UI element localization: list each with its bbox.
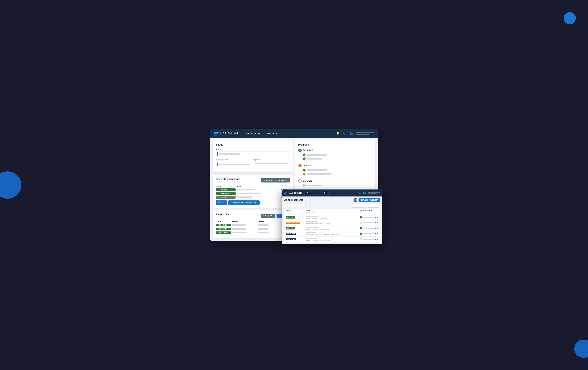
ann-status-5: COMPLETED bbox=[286, 238, 296, 240]
switch-offline-button[interactable]: SWITCH TO OFFLINE MODE bbox=[261, 178, 290, 183]
logo-icon bbox=[214, 132, 219, 135]
agency-label: Agency bbox=[254, 159, 290, 161]
ann-nav-links: Announcements Documents bbox=[305, 192, 335, 194]
ann-status-3: ACCEPTED bbox=[286, 227, 295, 229]
agency-field: Agency bbox=[254, 159, 290, 169]
doc-table-header: Status Name bbox=[216, 185, 290, 187]
received-badge-1: RECEIVED bbox=[216, 224, 231, 226]
nav-documents[interactable]: Documents bbox=[265, 131, 280, 136]
ann-search-row: 🔍 bbox=[284, 203, 380, 208]
doc-row: FINALIZED bbox=[216, 192, 290, 195]
ann-globe-icon[interactable]: 🌐 bbox=[363, 191, 366, 194]
ann-user-info bbox=[368, 192, 380, 194]
ann-nav-announcements[interactable]: Announcements bbox=[305, 191, 322, 195]
ann-page-title: Announcements bbox=[284, 199, 303, 201]
doc-name-col-header: Name bbox=[237, 185, 279, 187]
at-berth-label: At Berth bbox=[303, 164, 311, 167]
ann-nav-documents[interactable]: Documents bbox=[322, 191, 335, 195]
ssscl-button[interactable]: + SSSCL bbox=[216, 200, 227, 205]
pre-arrival-items: ✓ ✓ bbox=[298, 154, 372, 160]
doc-name-3 bbox=[237, 196, 252, 198]
ann-vessel-3: PRE-ARRIVAL NOTICE (SEA) – BENZENE bbox=[305, 227, 358, 230]
ann-table-row: ACCEPTED PRE-ARRIVAL NOTICE (SEA) – BUTE… bbox=[284, 215, 380, 220]
ann-logo-text: UAB-ONLINE bbox=[289, 192, 302, 194]
pre-arrival-icon: ✓ bbox=[298, 149, 302, 152]
user-info bbox=[356, 132, 374, 135]
status-accent bbox=[217, 152, 218, 156]
bulb-icon[interactable]: 💡 bbox=[336, 132, 340, 135]
filter-2[interactable] bbox=[366, 203, 380, 208]
ann-check-4: ✓ bbox=[360, 233, 362, 235]
finalized-badge-2: FINALIZED bbox=[216, 192, 236, 195]
ann-logo-icon bbox=[284, 192, 288, 194]
ann-title-row: Announcements + NEW ANNOUNCEMENT bbox=[284, 198, 380, 202]
phone-icon[interactable]: 📞 bbox=[342, 132, 347, 135]
grid-view-icon[interactable] bbox=[354, 198, 357, 202]
shared-files-header: Shared files ✉ REQUEST ☁ UPLOAD bbox=[216, 213, 290, 218]
ann-check-5: ✓ bbox=[360, 238, 362, 240]
status-input[interactable] bbox=[216, 151, 290, 157]
progress-item bbox=[303, 184, 372, 187]
upload-icon: ☁ bbox=[278, 215, 280, 217]
generate-docs-card: Generate documents SWITCH TO OFFLINE MOD… bbox=[213, 175, 293, 208]
status-label: Status bbox=[216, 149, 290, 150]
request-button[interactable]: ✉ REQUEST bbox=[261, 214, 275, 218]
ann-search-box[interactable]: 🔍 bbox=[284, 204, 305, 207]
file-row: RECEIVED bbox=[216, 228, 290, 230]
file-table-header: Status Filename Sender bbox=[216, 221, 290, 223]
ann-filter-placeholders bbox=[351, 203, 380, 208]
submission-date-input[interactable] bbox=[216, 162, 252, 167]
search-icon: 🔍 bbox=[286, 204, 288, 206]
main-navbar: UAB-ONLINE Announcements Documents 💡 📞 🌐 bbox=[210, 129, 378, 138]
departure-items bbox=[298, 184, 372, 187]
ann-status-2: ACTION REQUIRED bbox=[286, 222, 300, 224]
concept-badge: CONCEPT bbox=[216, 196, 236, 199]
bg-circle-left bbox=[0, 171, 21, 199]
ann-table-row: ACTION REQUIRED PRE-ARRIVAL NOTICE (INLA… bbox=[284, 220, 380, 226]
ann-table-header: Status Vessel FORM – CARGO Submission da… bbox=[284, 209, 380, 215]
shared-files-card: Shared files ✉ REQUEST ☁ UPLOAD bbox=[213, 210, 293, 238]
ann-table-row: COMPLETED PRE-ARRIVAL NOTICE (SEA) – PET… bbox=[284, 231, 380, 237]
progress-item: ✓ bbox=[303, 154, 372, 156]
nav-announcements[interactable]: Announcements bbox=[243, 131, 263, 136]
bg-circle-bottom-right bbox=[574, 339, 588, 358]
submission-date-field: Submission Date bbox=[216, 159, 252, 169]
logo: UAB-ONLINE bbox=[214, 132, 238, 135]
progress-item: ✓ bbox=[303, 157, 372, 160]
navbar-right: 💡 📞 🌐 bbox=[336, 132, 374, 135]
departure-icon bbox=[298, 179, 302, 183]
doc-row: FINALIZED bbox=[216, 188, 290, 191]
ann-status-header: Status bbox=[286, 210, 304, 213]
ann-vessel-5: PRE-ARRIVAL NOTICE (INLAND) – BENZENE bbox=[305, 238, 358, 241]
progress-item: ✓ bbox=[303, 169, 372, 172]
scene: UAB-ONLINE Announcements Documents 💡 📞 🌐 bbox=[210, 129, 378, 241]
ann-table-row: COMPLETED PRE-ARRIVAL NOTICE (INLAND) – … bbox=[284, 237, 380, 242]
ann-vessel-1: PRE-ARRIVAL NOTICE (SEA) – BUTENE bbox=[305, 216, 358, 219]
at-berth-items: ✓ ! bbox=[298, 169, 372, 175]
ann-phone-icon[interactable]: 📞 bbox=[358, 191, 361, 194]
doc-row: CONCEPT bbox=[216, 196, 290, 199]
submission-placeholder bbox=[219, 164, 251, 165]
new-announcement-button[interactable]: + NEW ANNOUNCEMENT bbox=[358, 198, 380, 202]
doc-name-1 bbox=[237, 189, 255, 190]
at-berth-section: ! At Berth bbox=[298, 164, 372, 167]
ann-table: Status Vessel FORM – CARGO Submission da… bbox=[284, 209, 380, 242]
globe-icon[interactable]: 🌐 bbox=[349, 132, 353, 135]
filter-1[interactable] bbox=[351, 203, 365, 208]
finalized-badge-1: FINALIZED bbox=[216, 188, 236, 191]
ann-status-1: ACCEPTED bbox=[286, 216, 295, 218]
ann-vessel-2: PRE-ARRIVAL NOTICE (INLAND) – GASOIL bbox=[305, 221, 358, 225]
shared-files-title: Shared files bbox=[216, 213, 230, 216]
departure-section: Departure bbox=[298, 179, 372, 183]
operational-button[interactable]: + OPERATIONAL ARRANGEMENT bbox=[228, 200, 260, 205]
agency-input[interactable] bbox=[254, 162, 290, 165]
bg-circle-top-right bbox=[564, 12, 576, 24]
progress-item: ! bbox=[303, 173, 372, 175]
received-badge-2: RECEIVED bbox=[216, 228, 231, 230]
at-berth-icon: ! bbox=[298, 164, 302, 167]
doc-status-col-header: Status bbox=[216, 185, 236, 187]
submission-accent bbox=[217, 163, 218, 166]
ann-check-1: ✓ bbox=[360, 216, 362, 218]
status-card-title: Status bbox=[216, 144, 290, 146]
progress-title: Progress bbox=[298, 144, 372, 146]
